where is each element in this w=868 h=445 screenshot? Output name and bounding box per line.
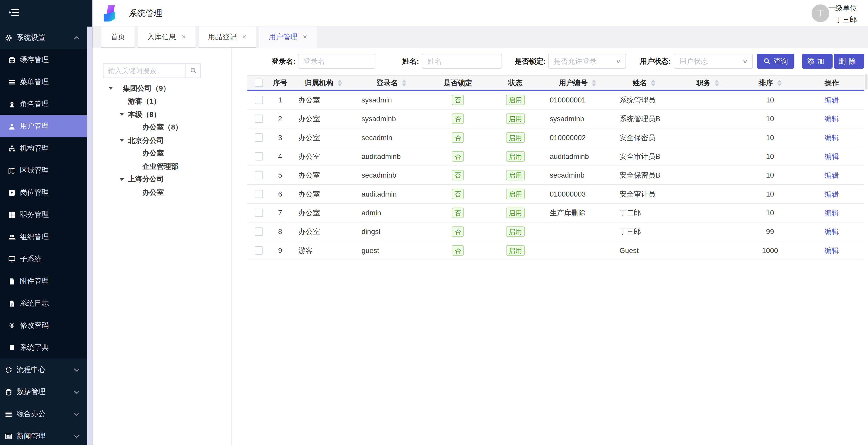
sidebar-group-office[interactable]: 综合办公 bbox=[0, 403, 87, 425]
edit-link[interactable]: 编辑 bbox=[825, 189, 839, 199]
tab-inbound[interactable]: 入库信息× bbox=[138, 27, 195, 48]
sort-icon[interactable] bbox=[591, 80, 596, 86]
sort-icon[interactable] bbox=[402, 80, 406, 86]
table-row[interactable]: 4办公室auditadminb否启用auditadminb安全审计员B10编辑 bbox=[247, 147, 864, 166]
tree-node[interactable]: 游客（1） bbox=[93, 95, 231, 108]
search-button[interactable]: 查询 bbox=[757, 54, 795, 69]
close-icon[interactable]: × bbox=[242, 33, 247, 40]
sidebar-item-cache[interactable]: 缓存管理 bbox=[0, 49, 87, 71]
sidebar-item-user[interactable]: 用户管理 bbox=[0, 115, 87, 137]
table-row[interactable]: 1办公室sysadmin否启用010000001系统管理员10编辑 bbox=[247, 91, 864, 109]
sort-icon[interactable] bbox=[651, 80, 655, 86]
sort-icon[interactable] bbox=[777, 80, 781, 86]
sidebar-item-duty[interactable]: 职务管理 bbox=[0, 204, 87, 226]
tree-node[interactable]: 办公室（8） bbox=[93, 121, 231, 134]
column-header-duty[interactable]: 职务 bbox=[675, 78, 740, 88]
sidebar-group-flow[interactable]: 流程中心 bbox=[0, 358, 87, 381]
table-row[interactable]: 8办公室dingsl否启用丁三郎99编辑 bbox=[247, 222, 864, 241]
column-header-name[interactable]: 姓名 bbox=[613, 78, 675, 88]
tree-node[interactable]: 办公室 bbox=[93, 186, 231, 199]
name-value: 丁二郎 bbox=[619, 208, 641, 218]
close-icon[interactable]: × bbox=[182, 33, 186, 40]
row-checkbox[interactable] bbox=[254, 96, 263, 104]
sidebar-item-log[interactable]: 系统日志 bbox=[0, 292, 87, 314]
sort-icon[interactable] bbox=[338, 80, 342, 86]
tab-supplies[interactable]: 用品登记× bbox=[198, 27, 256, 48]
column-header-sort[interactable]: 排序 bbox=[740, 78, 800, 88]
row-checkbox[interactable] bbox=[254, 133, 263, 142]
sidebar-item-org[interactable]: 机构管理 bbox=[0, 137, 87, 159]
edit-link[interactable]: 编辑 bbox=[825, 95, 839, 105]
tree-node[interactable]: 办公室 bbox=[93, 147, 231, 160]
edit-link[interactable]: 编辑 bbox=[825, 208, 839, 218]
row-checkbox[interactable] bbox=[254, 209, 263, 217]
column-header-userno[interactable]: 用户编号 bbox=[542, 78, 613, 88]
edit-link[interactable]: 编辑 bbox=[825, 246, 839, 255]
content-scrollbar-thumb[interactable] bbox=[865, 74, 867, 90]
sidebar-item-menu[interactable]: 菜单管理 bbox=[0, 71, 87, 93]
tree-node[interactable]: 上海分公司 bbox=[93, 173, 231, 186]
cell-userno: auditadminb bbox=[542, 147, 613, 165]
tree-node[interactable]: 企业管理部 bbox=[93, 160, 231, 173]
sidebar-item-label: 修改密码 bbox=[20, 320, 49, 330]
column-header-login[interactable]: 登录名 bbox=[356, 78, 427, 88]
cell-action: 编辑 bbox=[800, 222, 864, 241]
table-row[interactable]: 2办公室sysadminb否启用sysadminb系统管理员B10编辑 bbox=[247, 110, 864, 128]
cell-name: 系统管理员 bbox=[613, 91, 675, 109]
row-checkbox[interactable] bbox=[254, 115, 263, 123]
delete-button[interactable]: 删除 bbox=[834, 54, 864, 69]
row-checkbox[interactable] bbox=[254, 227, 263, 236]
login-filter-input[interactable] bbox=[298, 54, 375, 69]
table-row[interactable]: 5办公室secadminb否启用secadminb安全保密员B10编辑 bbox=[247, 166, 864, 185]
sidebar-item-group[interactable]: 组织管理 bbox=[0, 226, 87, 248]
close-icon[interactable]: × bbox=[303, 33, 307, 40]
sidebar-scrollbar[interactable] bbox=[87, 27, 93, 445]
caret-down-icon[interactable] bbox=[120, 139, 124, 142]
sidebar-item-post[interactable]: 岗位管理 bbox=[0, 182, 87, 203]
row-checkbox[interactable] bbox=[254, 152, 263, 160]
column-header-org[interactable]: 归属机构 bbox=[290, 78, 356, 88]
status-filter-select[interactable]: 用户状态 ∨ bbox=[674, 54, 753, 69]
sidebar-group-settings[interactable]: 系统设置 bbox=[0, 27, 87, 49]
edit-link[interactable]: 编辑 bbox=[825, 227, 839, 236]
tab-users[interactable]: 用户管理× bbox=[259, 27, 316, 48]
table-row[interactable]: 6办公室auditadmin否启用010000003安全审计员10编辑 bbox=[247, 185, 864, 203]
tree-node[interactable]: 集团公司（9） bbox=[93, 82, 231, 95]
row-checkbox[interactable] bbox=[254, 190, 263, 198]
sidebar-item-role[interactable]: 角色管理 bbox=[0, 93, 87, 115]
tree-node[interactable]: 本级（8） bbox=[93, 108, 231, 121]
sidebar-item-label: 职务管理 bbox=[20, 210, 49, 220]
edit-link[interactable]: 编辑 bbox=[825, 132, 839, 142]
sidebar-item-region[interactable]: 区域管理 bbox=[0, 159, 87, 182]
sidebar-item-attach[interactable]: 附件管理 bbox=[0, 270, 87, 292]
table-row[interactable]: 7办公室admin否启用生产库删除丁二郎10编辑 bbox=[247, 204, 864, 222]
sidebar-group-data[interactable]: 数据管理 bbox=[0, 381, 87, 403]
collapse-menu-icon[interactable] bbox=[9, 8, 20, 17]
cell-checkbox bbox=[247, 166, 270, 184]
tree-search-input[interactable] bbox=[104, 64, 186, 77]
edit-link[interactable]: 编辑 bbox=[825, 170, 839, 180]
sidebar-item-dict[interactable]: 系统字典 bbox=[0, 337, 87, 358]
tab-home[interactable]: 首页 bbox=[101, 27, 134, 48]
caret-down-icon[interactable] bbox=[120, 178, 124, 181]
edit-link[interactable]: 编辑 bbox=[825, 151, 839, 161]
caret-down-icon[interactable] bbox=[108, 87, 113, 90]
sidebar-item-subsys[interactable]: 子系统 bbox=[0, 248, 87, 270]
sidebar-group-news[interactable]: 新闻管理 bbox=[0, 425, 87, 445]
table-row[interactable]: 9游客guest否启用Guest1000编辑 bbox=[247, 241, 864, 260]
select-all-checkbox[interactable] bbox=[254, 78, 263, 87]
tree-search-button[interactable] bbox=[185, 64, 200, 77]
cell-userno: secadminb bbox=[542, 166, 613, 184]
sidebar-item-pwd[interactable]: ®修改密码 bbox=[0, 314, 87, 337]
row-checkbox[interactable] bbox=[254, 171, 263, 180]
tree-node[interactable]: 北京分公司 bbox=[93, 134, 231, 147]
add-button[interactable]: 添加 bbox=[802, 54, 833, 69]
sort-icon[interactable] bbox=[714, 80, 719, 86]
avatar[interactable]: 丁 bbox=[812, 4, 829, 22]
row-checkbox[interactable] bbox=[254, 246, 263, 255]
column-header-checkbox[interactable] bbox=[247, 78, 270, 87]
user-name[interactable]: 丁三郎 bbox=[835, 15, 857, 25]
caret-down-icon[interactable] bbox=[120, 113, 124, 116]
edit-link[interactable]: 编辑 bbox=[825, 114, 839, 124]
table-row[interactable]: 3办公室secadmin否启用010000002安全保密员10编辑 bbox=[247, 128, 864, 147]
